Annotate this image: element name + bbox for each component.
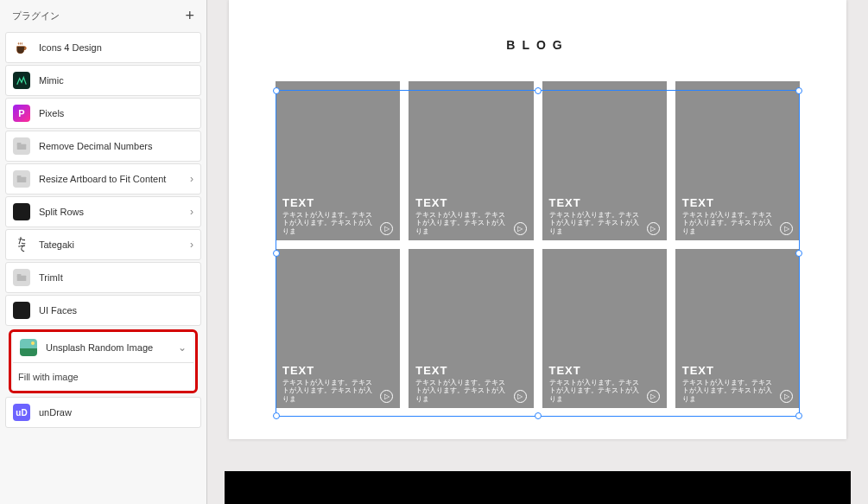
svg-rect-2 [17, 177, 27, 182]
card-body: テキストが入ります。テキストが入ります。テキストが入りま [549, 211, 647, 235]
card-title: TEXT [549, 196, 660, 209]
arrow-circle-icon[interactable]: ▷ [514, 222, 527, 235]
blog-card[interactable]: TEXT テキストが入ります。テキストが入ります。テキストが入りま ▷ [542, 249, 667, 408]
plugin-label: Split Rows [39, 207, 187, 217]
resize-handle[interactable] [535, 412, 542, 419]
design-canvas[interactable]: BLOG TEXT テキストが入ります。テキストが入ります。テキストが入りま ▷… [207, 0, 868, 504]
chevron-right-icon: › [190, 239, 193, 251]
undraw-icon: uD [13, 404, 30, 421]
plugin-item-mimic[interactable]: Mimic [5, 65, 201, 96]
plugin-label: Tategaki [39, 239, 187, 250]
split-rows-icon [13, 203, 30, 220]
unsplash-icon [20, 339, 37, 356]
blog-card[interactable]: TEXT テキストが入ります。テキストが入ります。テキストが入りま ▷ [276, 249, 400, 408]
plugin-item-tategaki[interactable]: たて Tategaki › [5, 229, 201, 260]
coffee-icon [13, 39, 30, 56]
plugin-label: Icons 4 Design [39, 42, 193, 53]
plugin-item-resize-artboard[interactable]: Resize Artboard to Fit Content › [5, 163, 201, 195]
chevron-down-icon: ⌄ [178, 341, 187, 354]
resize-handle[interactable] [273, 412, 280, 419]
card-title: TEXT [415, 196, 526, 209]
arrow-circle-icon[interactable]: ▷ [647, 222, 660, 235]
plugin-label: Unsplash Random Image [46, 342, 174, 353]
blog-card[interactable]: TEXT テキストが入ります。テキストが入ります。テキストが入りま ▷ [409, 249, 533, 408]
add-plugin-button[interactable]: + [181, 7, 198, 25]
card-body: テキストが入ります。テキストが入ります。テキストが入りま [282, 379, 380, 403]
plugin-subitem-fill-with-image[interactable]: Fill with image [13, 363, 193, 391]
card-body: テキストが入ります。テキストが入ります。テキストが入りま [682, 211, 780, 235]
plugin-item-uifaces[interactable]: UI Faces [5, 295, 201, 326]
card-body: テキストが入ります。テキストが入ります。テキストが入りま [549, 379, 647, 403]
card-title: TEXT [682, 364, 793, 377]
blog-card[interactable]: TEXT テキストが入ります。テキストが入ります。テキストが入りま ▷ [542, 81, 667, 240]
plugin-label: Pixels [39, 108, 193, 118]
arrow-circle-icon[interactable]: ▷ [780, 390, 793, 403]
chevron-right-icon: › [190, 206, 193, 218]
card-title: TEXT [282, 196, 393, 209]
pixels-icon: P [13, 105, 30, 122]
svg-rect-1 [17, 143, 22, 144]
blog-card[interactable]: TEXT テキストが入ります。テキストが入ります。テキストが入りま ▷ [276, 81, 400, 240]
page-title: BLOG [229, 0, 846, 81]
folder-icon [13, 137, 30, 155]
card-body: テキストが入ります。テキストが入ります。テキストが入りま [415, 379, 513, 403]
uifaces-icon [13, 302, 30, 319]
card-title: TEXT [682, 196, 793, 209]
card-title: TEXT [549, 364, 660, 377]
card-body: テキストが入ります。テキストが入ります。テキストが入りま [682, 379, 780, 403]
plugin-label: UI Faces [39, 305, 193, 316]
plugin-item-undraw[interactable]: uD unDraw [5, 397, 201, 428]
plugin-item-remove-decimal[interactable]: Remove Decimal Numbers [5, 131, 201, 162]
svg-rect-5 [17, 274, 22, 276]
blog-card-grid: TEXT テキストが入ります。テキストが入ります。テキストが入りま ▷ TEXT… [229, 81, 846, 408]
sidebar-header: プラグイン + [0, 0, 206, 32]
card-title: TEXT [282, 364, 393, 377]
card-body: テキストが入ります。テキストが入ります。テキストが入りま [282, 211, 380, 235]
plugin-sidebar: プラグイン + Icons 4 Design Mimic P Pixels Re… [0, 0, 207, 504]
svg-rect-3 [17, 175, 22, 177]
plugin-label: unDraw [39, 407, 193, 418]
tategaki-icon: たて [13, 236, 30, 253]
resize-handle[interactable] [795, 412, 802, 419]
artboard-blog[interactable]: BLOG TEXT テキストが入ります。テキストが入ります。テキストが入りま ▷… [229, 0, 846, 439]
blog-card[interactable]: TEXT テキストが入ります。テキストが入ります。テキストが入りま ▷ [409, 81, 533, 240]
svg-rect-4 [17, 276, 27, 281]
folder-icon [13, 269, 30, 286]
plugin-label: Resize Artboard to Fit Content [39, 174, 187, 184]
plugin-label: Remove Decimal Numbers [39, 141, 193, 151]
arrow-circle-icon[interactable]: ▷ [780, 222, 793, 235]
blog-card[interactable]: TEXT テキストが入ります。テキストが入ります。テキストが入りま ▷ [675, 249, 800, 408]
sidebar-title: プラグイン [12, 10, 60, 22]
footer-section [225, 471, 851, 504]
card-body: テキストが入ります。テキストが入ります。テキストが入りま [415, 211, 513, 235]
arrow-circle-icon[interactable]: ▷ [647, 390, 660, 403]
card-title: TEXT [415, 364, 526, 377]
highlighted-plugin-box: Unsplash Random Image ⌄ Fill with image [9, 329, 198, 393]
arrow-circle-icon[interactable]: ▷ [380, 222, 393, 235]
plugin-item-trimit[interactable]: TrimIt [5, 262, 201, 293]
plugin-item-pixels[interactable]: P Pixels [5, 98, 201, 129]
plugin-label: Mimic [39, 75, 193, 86]
plugin-label: TrimIt [39, 272, 193, 283]
plugin-item-unsplash[interactable]: Unsplash Random Image ⌄ [13, 332, 193, 363]
arrow-circle-icon[interactable]: ▷ [380, 390, 393, 403]
blog-card[interactable]: TEXT テキストが入ります。テキストが入ります。テキストが入りま ▷ [675, 81, 800, 240]
folder-icon [13, 170, 30, 188]
arrow-circle-icon[interactable]: ▷ [514, 390, 527, 403]
svg-rect-0 [17, 144, 27, 150]
mimic-icon [13, 72, 30, 89]
plugin-item-split-rows[interactable]: Split Rows › [5, 196, 201, 227]
plugin-item-icons4design[interactable]: Icons 4 Design [5, 32, 201, 63]
plugin-list: Icons 4 Design Mimic P Pixels Remove Dec… [0, 32, 206, 428]
chevron-right-icon: › [190, 173, 193, 185]
